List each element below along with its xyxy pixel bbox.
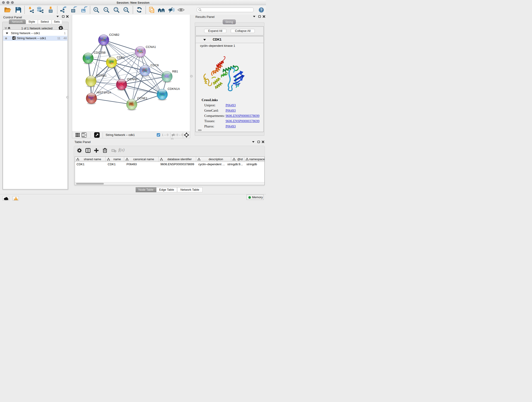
svg-text:CCNA1: CCNA1: [146, 45, 156, 49]
svg-text:CCNB2: CCNB2: [109, 33, 120, 36]
svg-text:?: ?: [260, 8, 263, 12]
svg-text:CCNA2: CCNA2: [127, 77, 138, 81]
svg-text:CCNB1: CCNB1: [96, 74, 107, 77]
svg-text:CDC25B: CDC25B: [94, 51, 106, 54]
svg-text:CDC6: CDC6: [151, 64, 159, 67]
svg-text:CDK1: CDK1: [117, 56, 125, 59]
svg-text:CDKN1A: CDKN1A: [168, 87, 180, 90]
svg-text:RB1: RB1: [172, 70, 178, 73]
svg-text:HIST1H1A: HIST1H1A: [97, 91, 111, 94]
svg-text:CCNE1: CCNE1: [137, 96, 147, 100]
